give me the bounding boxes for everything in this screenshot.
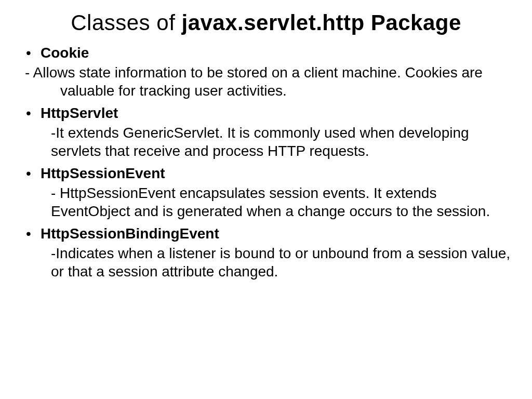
title-prefix: Classes of — [71, 10, 181, 35]
class-name-2: HttpSessionEvent — [41, 165, 516, 182]
class-name-1: HttpServlet — [41, 105, 516, 122]
class-name-3: HttpSessionBindingEvent — [41, 225, 516, 242]
class-desc-2: - HttpSessionEvent encapsulates session … — [51, 184, 516, 220]
class-desc-1: -It extends GenericServlet. It is common… — [51, 124, 516, 160]
class-desc-0: - Allows state information to be stored … — [25, 63, 516, 100]
class-name-0: Cookie — [41, 45, 516, 61]
title-bold: javax.servlet.http Package — [181, 10, 461, 35]
slide-title: Classes of javax.servlet.http Package — [16, 10, 516, 35]
class-desc-3: -Indicates when a listener is bound to o… — [51, 244, 516, 281]
